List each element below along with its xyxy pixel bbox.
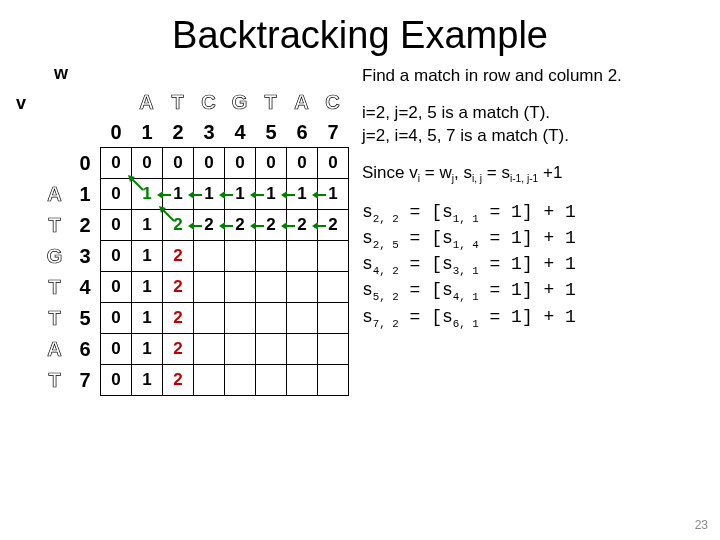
col-index: 7 [318, 117, 349, 148]
col-index: 0 [101, 117, 132, 148]
dp-cell: 1 [132, 210, 163, 241]
dp-cell: 2 [163, 365, 194, 396]
slide-title: Backtracking Example [0, 0, 720, 63]
equation-line: s7, 2 = [s6, 1 = 1] + 1 [362, 305, 702, 331]
dp-cell: 0 [318, 148, 349, 179]
v-seq-char [40, 148, 70, 179]
dp-cell [194, 334, 225, 365]
dp-cell: 2 [163, 303, 194, 334]
dp-cell: 1 [163, 179, 194, 210]
dp-cell [256, 272, 287, 303]
dp-cell: 0 [132, 148, 163, 179]
w-label: w [54, 63, 68, 84]
w-seq-char [101, 87, 132, 117]
dp-cell: 2 [163, 210, 194, 241]
dp-cell [287, 365, 318, 396]
dp-table: ATCGTAC01234567000000000A101111111T20122… [40, 87, 349, 396]
dp-cell [225, 365, 256, 396]
row-index: 0 [70, 148, 101, 179]
equation-line: s2, 5 = [s1, 4 = 1] + 1 [362, 226, 702, 252]
page-number: 23 [695, 518, 708, 532]
dp-cell: 0 [287, 148, 318, 179]
w-seq-char: C [194, 87, 225, 117]
dp-cell: 0 [194, 148, 225, 179]
dp-cell [194, 241, 225, 272]
line-2: i=2, j=2, 5 is a match (T). [362, 102, 702, 125]
dp-cell [287, 241, 318, 272]
dp-cell: 1 [318, 179, 349, 210]
v-seq-char: T [40, 272, 70, 303]
line-1: Find a match in row and column 2. [362, 65, 702, 88]
dp-cell: 1 [132, 241, 163, 272]
dp-cell: 2 [287, 210, 318, 241]
dp-cell: 0 [225, 148, 256, 179]
w-seq-char: A [132, 87, 163, 117]
dp-cell: 0 [101, 334, 132, 365]
v-seq-char: T [40, 365, 70, 396]
dp-cell: 2 [163, 241, 194, 272]
formula: Since vi = wj, si, j = si-1, j-1 +1 [362, 162, 702, 186]
w-seq-char: C [318, 87, 349, 117]
dp-cell [194, 272, 225, 303]
row-index: 1 [70, 179, 101, 210]
svg-line-0 [132, 179, 143, 190]
dp-cell: 2 [256, 210, 287, 241]
dp-cell: 0 [101, 148, 132, 179]
dp-cell: 2 [225, 210, 256, 241]
dp-cell [225, 272, 256, 303]
dp-cell [225, 241, 256, 272]
dp-cell [225, 334, 256, 365]
dp-cell: 1 [132, 365, 163, 396]
dp-cell [287, 334, 318, 365]
row-index: 7 [70, 365, 101, 396]
dp-grid-area: w v ATCGTAC01234567000000000A101111111T2… [14, 63, 354, 396]
dp-cell: 0 [163, 148, 194, 179]
dp-cell: 1 [132, 179, 163, 210]
dp-cell: 0 [101, 365, 132, 396]
col-index: 3 [194, 117, 225, 148]
w-seq-char: A [287, 87, 318, 117]
dp-cell: 0 [101, 210, 132, 241]
dp-cell [287, 303, 318, 334]
row-index: 6 [70, 334, 101, 365]
col-index: 4 [225, 117, 256, 148]
dp-cell [287, 272, 318, 303]
col-index: 2 [163, 117, 194, 148]
dp-cell [256, 241, 287, 272]
dp-cell: 1 [287, 179, 318, 210]
col-index: 1 [132, 117, 163, 148]
dp-cell: 1 [132, 272, 163, 303]
dp-cell [256, 334, 287, 365]
dp-cell [318, 365, 349, 396]
v-seq-char: T [40, 210, 70, 241]
dp-cell: 2 [194, 210, 225, 241]
dp-cell: 0 [101, 303, 132, 334]
dp-cell: 2 [163, 334, 194, 365]
col-index: 5 [256, 117, 287, 148]
dp-cell [194, 303, 225, 334]
dp-cell: 2 [163, 272, 194, 303]
equation-line: s2, 2 = [s1, 1 = 1] + 1 [362, 200, 702, 226]
row-index: 2 [70, 210, 101, 241]
row-index: 5 [70, 303, 101, 334]
dp-cell: 1 [225, 179, 256, 210]
v-seq-char: A [40, 334, 70, 365]
dp-cell: 0 [101, 179, 132, 210]
explanation-panel: Find a match in row and column 2. i=2, j… [354, 63, 702, 396]
v-seq-char: G [40, 241, 70, 272]
dp-cell [256, 365, 287, 396]
dp-cell: 1 [194, 179, 225, 210]
dp-cell [318, 334, 349, 365]
dp-cell: 1 [132, 303, 163, 334]
dp-cell [256, 303, 287, 334]
dp-cell [318, 272, 349, 303]
row-index: 3 [70, 241, 101, 272]
v-label: v [16, 93, 26, 114]
dp-cell: 2 [318, 210, 349, 241]
w-seq-char: T [256, 87, 287, 117]
row-index: 4 [70, 272, 101, 303]
diag-arrow-icon [159, 206, 177, 224]
equation-line: s5, 2 = [s4, 1 = 1] + 1 [362, 278, 702, 304]
dp-cell [318, 303, 349, 334]
dp-cell: 0 [101, 241, 132, 272]
